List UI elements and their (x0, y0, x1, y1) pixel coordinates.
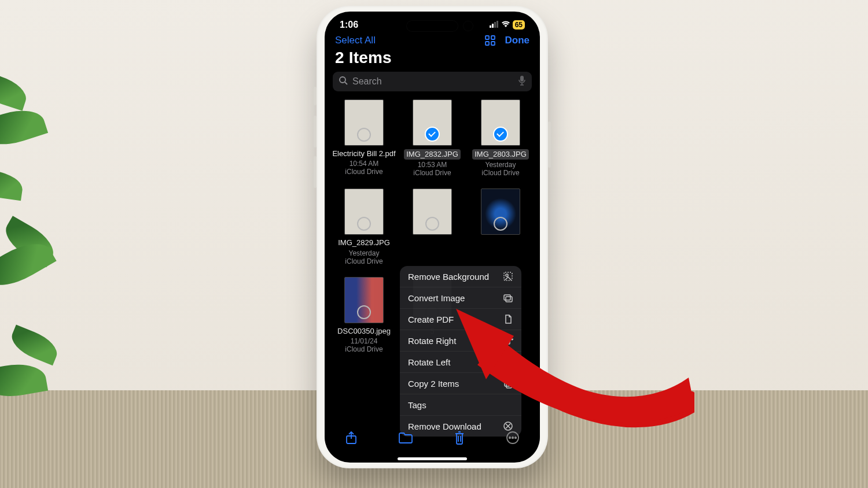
tags-icon (503, 400, 513, 410)
mic-icon[interactable] (518, 75, 526, 88)
context-menu: Remove BackgroundConvert ImageCreate PDF… (400, 266, 521, 437)
file-subline: 10:53 AM (418, 161, 447, 169)
trash-icon[interactable] (454, 431, 465, 448)
file-subline: 11/01/24 (351, 337, 378, 345)
more-icon[interactable] (506, 431, 520, 448)
select-ring-icon (494, 217, 507, 231)
file-thumbnail (344, 188, 384, 235)
create-pdf-icon (503, 314, 513, 324)
svg-rect-6 (486, 42, 489, 45)
svg-point-12 (506, 274, 508, 276)
select-ring-icon (357, 128, 371, 142)
file-item[interactable]: IMG_2803.JPGYesterdayiCloud Drive (468, 99, 533, 177)
context-menu-item[interactable]: Tags (400, 394, 521, 416)
file-item[interactable]: Electricity Bill 2.pdf10:54 AMiCloud Dri… (332, 99, 396, 177)
svg-rect-5 (491, 36, 495, 39)
svg-rect-14 (506, 297, 512, 302)
context-menu-item[interactable]: Rotate Left (400, 352, 521, 373)
file-thumbnail (413, 99, 452, 146)
file-thumbnail (344, 277, 384, 323)
battery-level: 65 (513, 20, 525, 29)
context-menu-label: Rotate Right (408, 336, 456, 346)
file-subline: Yesterday (349, 249, 380, 257)
svg-rect-0 (490, 25, 491, 28)
file-item[interactable] (468, 188, 533, 265)
context-menu-label: Convert Image (408, 293, 465, 303)
context-menu-label: Rotate Left (408, 357, 450, 367)
wifi-icon (501, 21, 510, 29)
context-menu-label: Copy 2 Items (408, 379, 459, 389)
select-ring-icon (357, 305, 371, 319)
search-icon (339, 76, 348, 87)
phone-frame: 1:06 65 Select All Done 2 Items (317, 6, 548, 468)
search-placeholder: Search (352, 76, 382, 87)
context-menu-item[interactable]: Convert Image (400, 287, 521, 309)
convert-image-icon (503, 293, 513, 303)
rotate-right-icon (503, 335, 513, 346)
phone-button (314, 156, 317, 188)
signal-icon (490, 21, 499, 29)
page-title: 2 Items (325, 46, 540, 71)
svg-rect-1 (492, 24, 494, 28)
svg-rect-16 (506, 360, 512, 365)
file-location: iCloud Drive (345, 257, 382, 265)
file-location: iCloud Drive (413, 169, 451, 177)
file-subline: Yesterday (486, 161, 516, 169)
file-name: IMG_2829.JPG (338, 238, 390, 247)
selected-check-icon (493, 127, 508, 142)
file-location: iCloud Drive (481, 169, 519, 177)
context-menu-item[interactable]: Remove Background (400, 266, 521, 287)
svg-point-8 (340, 77, 345, 83)
context-menu-label: Create PDF (408, 315, 454, 324)
phone-button (314, 116, 317, 147)
select-ring-icon (425, 217, 439, 231)
phone-button (548, 121, 551, 168)
context-menu-item[interactable]: Rotate Right (400, 330, 521, 352)
folder-icon[interactable] (398, 432, 413, 447)
selected-check-icon (425, 127, 440, 142)
select-ring-icon (357, 217, 371, 231)
file-item[interactable] (400, 188, 465, 265)
select-all-button[interactable]: Select All (335, 35, 376, 46)
file-location: iCloud Drive (345, 168, 382, 176)
share-icon[interactable] (345, 431, 358, 448)
context-menu-item[interactable]: Create PDF (400, 309, 521, 330)
status-time: 1:06 (340, 20, 358, 30)
search-input[interactable]: Search (333, 72, 532, 91)
svg-point-24 (509, 437, 511, 439)
svg-point-26 (515, 437, 517, 439)
svg-rect-17 (505, 380, 510, 386)
svg-rect-4 (486, 36, 489, 39)
phone-button (314, 87, 317, 105)
rotate-left-icon (503, 357, 513, 367)
context-menu-label: Tags (408, 400, 426, 410)
file-name: IMG_2803.JPG (472, 149, 529, 160)
remove-bg-icon (503, 271, 513, 282)
home-indicator[interactable] (398, 457, 467, 460)
svg-rect-15 (505, 339, 510, 344)
view-mode-icon[interactable] (484, 35, 496, 46)
context-menu-item[interactable]: Copy 2 Items (400, 373, 521, 394)
file-location: iCloud Drive (345, 345, 382, 353)
context-menu-label: Remove Background (408, 272, 489, 282)
file-thumbnail (481, 99, 520, 146)
phone-screen: 1:06 65 Select All Done 2 Items (325, 12, 540, 463)
file-item[interactable]: IMG_2832.JPG10:53 AMiCloud Drive (400, 99, 465, 177)
copy-icon (503, 378, 513, 389)
done-button[interactable]: Done (505, 35, 530, 46)
file-name: Electricity Bill 2.pdf (332, 149, 395, 158)
svg-line-9 (345, 82, 347, 84)
svg-point-25 (512, 437, 514, 439)
file-item[interactable]: IMG_2829.JPGYesterdayiCloud Drive (332, 188, 396, 265)
file-thumbnail (413, 188, 452, 235)
file-item[interactable]: DSC00350.jpeg11/01/24iCloud Drive (332, 277, 396, 353)
nav-bar: Select All Done (325, 31, 540, 46)
svg-rect-2 (494, 22, 496, 28)
file-thumbnail (481, 188, 520, 235)
bottom-toolbar (325, 423, 540, 456)
file-name: DSC00350.jpeg (337, 327, 391, 336)
file-subline: 10:54 AM (350, 160, 379, 168)
dynamic-island (407, 21, 458, 31)
file-thumbnail (344, 99, 384, 146)
svg-rect-18 (506, 382, 512, 388)
